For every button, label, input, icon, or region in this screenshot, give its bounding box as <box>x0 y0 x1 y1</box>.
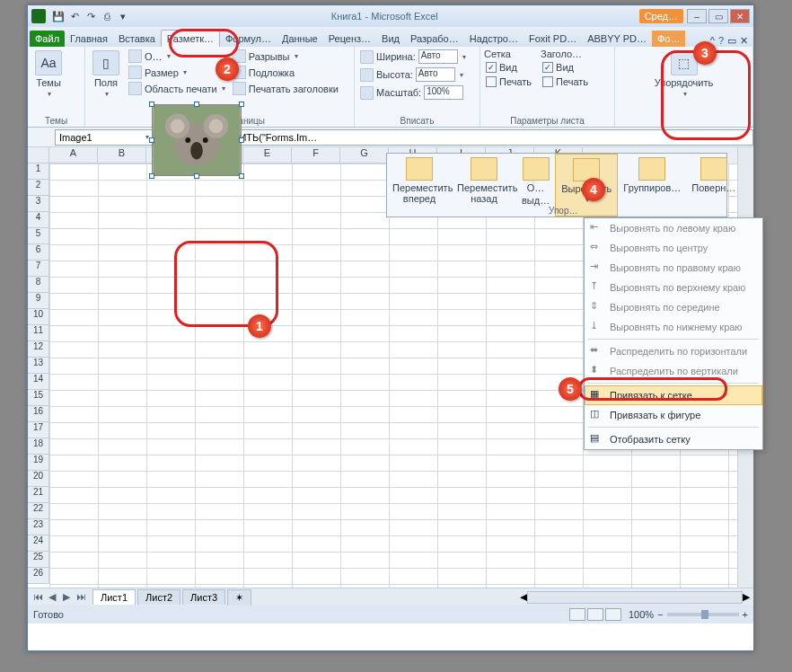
tab-home[interactable]: Главная <box>65 31 113 47</box>
horizontal-scrollbar[interactable]: ◀▶ <box>251 591 753 604</box>
arrange-popup: Переместить вперед Переместить назад О…в… <box>386 153 727 217</box>
distribute-v-item[interactable]: ⬍Распределить по вертикали <box>585 361 762 381</box>
tab-file[interactable]: Файл <box>30 31 65 47</box>
qat-redo-icon[interactable]: ↷ <box>84 9 98 23</box>
print-titles-icon <box>233 82 246 95</box>
tab-format[interactable]: Фо… <box>652 31 685 47</box>
snap-to-shape-item[interactable]: ◫Привязать к фигуре <box>585 405 762 425</box>
width-input[interactable]: Авто <box>418 49 458 64</box>
breaks-button[interactable]: Разрывы▾ <box>231 49 340 64</box>
minimize-button[interactable]: – <box>687 9 707 23</box>
group-button[interactable]: Группиров… <box>618 154 686 217</box>
doc-close-icon[interactable]: ✕ <box>740 35 748 47</box>
head-view-checkbox[interactable]: ✓ <box>542 62 553 73</box>
zoom-out-button[interactable]: − <box>657 609 663 620</box>
qat-save-icon[interactable]: 💾 <box>51 9 66 23</box>
align-middle-item[interactable]: ⇕Выровнять по середине <box>585 297 762 317</box>
distribute-v-icon: ⬍ <box>590 364 604 378</box>
tab-page-layout[interactable]: Разметк… <box>161 30 220 47</box>
help-icon[interactable]: ? <box>718 35 724 47</box>
svg-point-5 <box>209 119 224 134</box>
name-box[interactable]: Image1▾ <box>55 129 154 146</box>
print-titles-button[interactable]: Печатать заголовки <box>231 81 340 96</box>
scale-icon <box>360 86 374 100</box>
status-bar: Готово 100% − + <box>28 606 753 623</box>
width-label: Ширина: <box>376 51 416 62</box>
align-left-icon: ⇤ <box>590 221 604 235</box>
align-right-item[interactable]: ⇥Выровнять по правому краю <box>585 258 762 278</box>
tab-abbyy[interactable]: ABBYY PD… <box>582 31 652 47</box>
align-center-item[interactable]: ⇔Выровнять по центру <box>585 238 762 258</box>
qat-undo-icon[interactable]: ↶ <box>67 9 82 23</box>
formula-input[interactable]: =ВНЕДРИТЬ("Forms.Im… <box>196 129 753 146</box>
align-top-item[interactable]: ⤒Выровнять по верхнему краю <box>585 278 762 297</box>
tab-addins[interactable]: Надстро… <box>464 31 524 47</box>
excel-icon <box>31 9 46 23</box>
bring-forward-icon <box>406 157 433 181</box>
qat-print-icon[interactable]: ⎙ <box>100 9 114 23</box>
view-normal-icon[interactable] <box>569 608 585 621</box>
height-input[interactable]: Авто <box>416 67 455 82</box>
row-headers[interactable]: 1234567891011121314151617181920212223242… <box>28 164 49 584</box>
size-button[interactable]: Размер▾ <box>127 65 227 80</box>
window-title: Книга1 - Microsoft Excel <box>130 11 639 22</box>
themes-button[interactable]: Aa Темы▾ <box>31 49 66 100</box>
rotate-button[interactable]: Поверн… <box>686 154 741 217</box>
tab-foxit[interactable]: Foxit PD… <box>524 31 582 47</box>
orientation-button[interactable]: О…▾ <box>127 49 227 64</box>
bring-forward-button[interactable]: Переместить вперед <box>387 154 452 217</box>
distribute-h-icon: ⬌ <box>590 344 604 358</box>
window-buttons: – ▭ ✕ <box>687 9 750 23</box>
tab-nav-next[interactable]: ▶ <box>60 591 73 603</box>
margins-icon: ▯ <box>92 50 119 75</box>
scale-input[interactable]: 100% <box>424 85 463 100</box>
maximize-button[interactable]: ▭ <box>708 9 728 23</box>
zoom-level[interactable]: 100% <box>629 609 654 620</box>
view-break-icon[interactable] <box>605 608 621 621</box>
align-center-icon: ⇔ <box>590 241 604 255</box>
callout-badge-5: 5 <box>559 377 582 401</box>
group-themes-label: Темы <box>31 115 81 127</box>
group-icon <box>638 157 665 181</box>
tab-data[interactable]: Данные <box>277 31 323 47</box>
grid-print-checkbox[interactable] <box>486 76 497 87</box>
sheet-tab-3[interactable]: Лист3 <box>182 589 225 605</box>
tab-nav-first[interactable]: ⏮ <box>31 591 44 603</box>
zoom-slider[interactable] <box>667 613 739 616</box>
head-print-checkbox[interactable] <box>542 76 553 87</box>
new-sheet-button[interactable]: ✶ <box>227 589 251 606</box>
print-area-button[interactable]: Область печати▾ <box>127 81 227 96</box>
tab-formulas[interactable]: Формул… <box>220 31 277 47</box>
snap-to-grid-item[interactable]: ▦Привязать к сетке <box>585 385 762 405</box>
tab-view[interactable]: Вид <box>376 31 405 47</box>
tab-review[interactable]: Реценз… <box>323 31 376 47</box>
tab-insert[interactable]: Вставка <box>113 31 161 47</box>
ribbon: Aa Темы▾ Темы ▯Поля▾ О…▾ Размер▾ Область… <box>28 47 753 128</box>
view-gridlines-item[interactable]: ▤Отобразить сетку <box>585 429 762 449</box>
send-back-button[interactable]: Переместить назад <box>452 154 516 217</box>
tab-nav-last[interactable]: ⏭ <box>75 591 87 603</box>
view-layout-icon[interactable] <box>587 608 603 621</box>
distribute-h-item[interactable]: ⬌Распределить по горизонтали <box>585 341 762 361</box>
sheet-tab-1[interactable]: Лист1 <box>92 589 136 605</box>
close-button[interactable]: ✕ <box>730 9 750 23</box>
sheet-tab-bar: ⏮◀▶⏭ Лист1 Лист2 Лист3 ✶ ◀▶ <box>28 588 753 606</box>
grid-view-checkbox[interactable]: ✓ <box>486 62 497 73</box>
background-button[interactable]: Подложка <box>231 65 340 80</box>
embedded-image-object[interactable] <box>152 104 242 176</box>
align-bottom-item[interactable]: ⤓Выровнять по нижнему краю <box>585 317 762 337</box>
align-left-item[interactable]: ⇤Выровнять по левому краю <box>585 218 762 238</box>
callout-badge-2: 2 <box>216 57 239 81</box>
zoom-in-button[interactable]: + <box>743 609 748 620</box>
tab-nav-prev[interactable]: ◀ <box>46 591 58 603</box>
send-back-icon <box>471 157 497 181</box>
snap-shape-icon: ◫ <box>590 408 604 422</box>
sheet-tab-2[interactable]: Лист2 <box>137 589 180 605</box>
margins-button[interactable]: ▯Поля▾ <box>89 49 123 100</box>
select-all-corner[interactable] <box>28 147 49 164</box>
window-options-icon[interactable]: ▭ <box>727 35 736 47</box>
qat-dropdown-icon[interactable]: ▾ <box>116 9 130 23</box>
quick-access-toolbar: 💾 ↶ ↷ ⎙ ▾ <box>31 9 130 23</box>
tab-developer[interactable]: Разрабо… <box>405 31 464 47</box>
gridlines-label: Сетка <box>484 49 533 59</box>
